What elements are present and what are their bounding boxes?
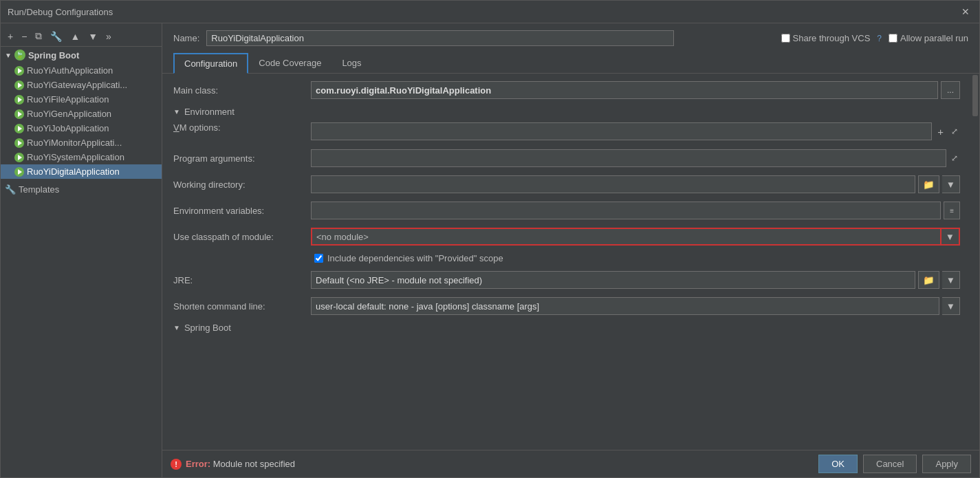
working-dir-input[interactable] <box>311 175 915 193</box>
sidebar: + − ⧉ 🔧 ▲ ▼ » ▼ 🍃 Spring Boot RuoYiAuthA… <box>1 23 162 477</box>
run-icon-5 <box>14 138 24 148</box>
env-vars-input[interactable] <box>311 202 941 219</box>
run-icon-0 <box>14 66 24 76</box>
main-class-input[interactable] <box>311 81 938 99</box>
environment-section-header[interactable]: ▼ Environment <box>173 107 960 117</box>
working-dir-dropdown-btn[interactable]: ▼ <box>942 175 960 193</box>
sidebar-item-ruoyigateway[interactable]: RuoYiGatewayApplicati... <box>1 78 162 92</box>
spring-boot-section-label: Spring Boot <box>184 323 231 333</box>
working-dir-field: 📁 ▼ <box>311 175 960 193</box>
title-bar-controls: ✕ <box>959 5 972 19</box>
jre-row: JRE: 📁 ▼ <box>173 270 960 290</box>
jre-dropdown-btn[interactable]: ▼ <box>942 271 960 289</box>
remove-config-btn[interactable]: − <box>19 30 30 43</box>
vm-options-label-text: M options: <box>179 122 221 133</box>
shorten-cmd-input[interactable] <box>311 297 939 315</box>
sidebar-item-ruoyigen[interactable]: RuoYiGenApplication <box>1 107 162 121</box>
jre-label-text: JRE: <box>173 275 193 285</box>
sidebar-item-ruoyijob[interactable]: RuoYiJobApplication <box>1 121 162 135</box>
right-scrollbar <box>971 74 979 450</box>
jre-field: 📁 ▼ <box>311 271 960 289</box>
spring-boot-group-label: Spring Boot <box>28 50 79 61</box>
settings-btn[interactable]: 🔧 <box>47 30 65 43</box>
error-text: Error: Module not specified <box>186 459 295 469</box>
allow-parallel-checkbox[interactable] <box>889 34 897 43</box>
jre-folder-btn[interactable]: 📁 <box>918 271 939 289</box>
move-down-btn[interactable]: ▼ <box>85 30 100 43</box>
share-vcs-checkbox[interactable] <box>781 34 790 43</box>
shorten-cmd-label: Shorten command line: <box>173 301 311 312</box>
tab-configuration-label: Configuration <box>184 58 237 69</box>
jre-label: JRE: <box>173 275 311 285</box>
wrench-icon: 🔧 <box>5 184 16 195</box>
env-vars-label: Environment variables: <box>173 206 311 216</box>
vm-options-label: VM options: <box>173 122 311 133</box>
vm-options-add-btn[interactable]: + <box>935 124 946 139</box>
jre-input[interactable] <box>311 271 915 289</box>
vm-options-input[interactable] <box>311 122 932 140</box>
run-icon-4 <box>14 124 24 133</box>
move-up-btn[interactable]: ▲ <box>67 30 83 43</box>
env-vars-edit-btn[interactable]: ≡ <box>944 202 960 219</box>
copy-config-btn[interactable]: ⧉ <box>32 29 45 43</box>
shorten-cmd-field: ▼ <box>311 297 960 315</box>
title-bar: Run/Debug Configurations ✕ <box>1 1 979 23</box>
spring-boot-expand-icon: ▼ <box>173 324 180 332</box>
templates-section[interactable]: 🔧 Templates <box>1 182 162 197</box>
more-btn[interactable]: » <box>103 30 114 43</box>
tab-code-coverage-label: Code Coverage <box>259 58 321 68</box>
working-dir-folder-btn[interactable]: 📁 <box>918 175 939 193</box>
program-args-input[interactable] <box>311 149 946 167</box>
ok-button[interactable]: OK <box>818 455 858 473</box>
run-icon-2 <box>14 95 24 105</box>
classpath-label-text: Use classpath of module: <box>173 232 274 242</box>
share-vcs-help-icon[interactable]: ? <box>877 34 882 43</box>
sidebar-item-label-7: RuoYiDigitalApplication <box>27 166 120 177</box>
sidebar-item-ruoyiauth[interactable]: RuoYiAuthApplication <box>1 63 162 78</box>
main-class-field: ... <box>311 81 960 99</box>
config-panel: Main class: ... ▼ Environment <box>162 74 971 450</box>
sidebar-item-ruoyimonitor[interactable]: RuoYiMonitorApplicati... <box>1 135 162 150</box>
classpath-dropdown-btn[interactable]: ▼ <box>941 228 960 246</box>
sidebar-item-label-0: RuoYiAuthApplication <box>27 65 113 76</box>
name-label: Name: <box>173 33 199 43</box>
cancel-button[interactable]: Cancel <box>863 455 917 473</box>
main-class-browse-btn[interactable]: ... <box>941 81 960 99</box>
spring-boot-config-section[interactable]: ▼ Spring Boot <box>173 323 960 333</box>
tabs-bar: Configuration Code Coverage Logs <box>162 53 979 74</box>
group-arrow-icon: ▼ <box>5 52 12 59</box>
bottom-bar: ! Error: Module not specified OK Cancel … <box>162 450 979 477</box>
vm-options-expand-btn[interactable]: ⤢ <box>949 126 960 137</box>
share-vcs-checkbox-label[interactable]: Share through VCS <box>781 33 871 43</box>
close-button[interactable]: ✕ <box>959 5 972 19</box>
working-dir-label-text: Working directory: <box>173 180 246 190</box>
sidebar-item-label-1: RuoYiGatewayApplicati... <box>27 80 127 90</box>
sidebar-item-ruoyisystem[interactable]: RuoYiSystemApplication <box>1 150 162 164</box>
allow-parallel-checkbox-label[interactable]: Allow parallel run <box>889 33 968 43</box>
tab-configuration[interactable]: Configuration <box>173 53 248 74</box>
apply-button[interactable]: Apply <box>922 455 971 473</box>
run-icon-3 <box>14 109 24 119</box>
environment-label: Environment <box>184 107 235 117</box>
program-args-label-text: Program arguments: <box>173 153 255 164</box>
header-checkboxes: Share through VCS ? Allow parallel run <box>781 33 968 43</box>
tab-logs[interactable]: Logs <box>331 53 371 74</box>
shorten-cmd-dropdown-btn[interactable]: ▼ <box>942 297 960 315</box>
name-input[interactable] <box>206 30 674 46</box>
content-area: Name: Share through VCS ? Allow parallel… <box>162 23 979 477</box>
templates-label: Templates <box>19 184 59 195</box>
sidebar-item-ruoyidigital[interactable]: RuoYiDigitalApplication <box>1 164 162 179</box>
tab-code-coverage[interactable]: Code Coverage <box>248 53 331 74</box>
run-icon-6 <box>14 153 24 162</box>
sidebar-item-ruoyifile[interactable]: RuoYiFileApplication <box>1 92 162 107</box>
program-args-row: Program arguments: ⤢ <box>173 149 960 168</box>
env-vars-row: Environment variables: ≡ <box>173 201 960 220</box>
main-area: + − ⧉ 🔧 ▲ ▼ » ▼ 🍃 Spring Boot RuoYiAuthA… <box>1 23 979 477</box>
sidebar-item-label-3: RuoYiGenApplication <box>27 109 111 119</box>
classpath-input[interactable] <box>311 228 941 246</box>
include-deps-checkbox[interactable] <box>314 254 323 263</box>
add-config-btn[interactable]: + <box>5 30 16 43</box>
program-args-expand-btn[interactable]: ⤢ <box>949 153 960 164</box>
spring-boot-group[interactable]: ▼ 🍃 Spring Boot <box>1 47 162 63</box>
program-args-field: ⤢ <box>311 149 960 167</box>
